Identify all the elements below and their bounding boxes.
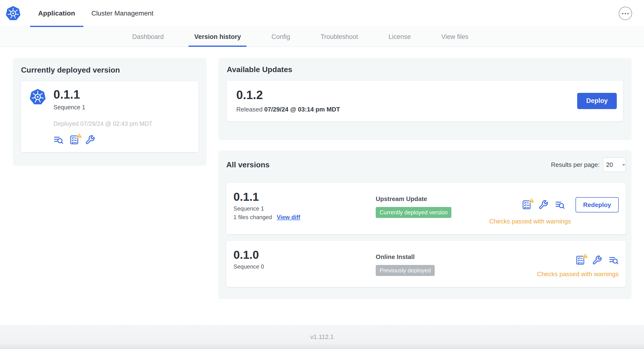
app-footer: v1.112.1 — [0, 325, 644, 349]
ellipsis-icon — [622, 12, 629, 15]
version-number: 0.1.1 — [234, 191, 376, 203]
version-row: 0.1.0 Sequence 0 Online Install Previous… — [226, 241, 626, 287]
deployed-version-number: 0.1.1 — [54, 88, 152, 101]
currently-deployed-card: Currently deployed version 0.1.1 S — [13, 58, 207, 166]
logs-icon[interactable] — [555, 200, 565, 210]
subnav-label: Version history — [194, 33, 241, 40]
subnav-label: Troubleshoot — [320, 33, 358, 40]
subnav-tab-troubleshoot[interactable]: Troubleshoot — [305, 27, 373, 46]
files-changed-count: 1 files changed — [234, 214, 272, 220]
version-number: 0.1.0 — [234, 249, 376, 261]
subnav-tab-config[interactable]: Config — [256, 27, 305, 46]
config-wrench-icon[interactable] — [538, 200, 548, 210]
released-date-value: 07/29/24 @ 03:14 pm MDT — [264, 106, 340, 113]
source-label: Upstream Update — [376, 195, 489, 203]
action-icons — [575, 255, 619, 265]
tab-application[interactable]: Application — [30, 0, 83, 27]
subnav-label: Dashboard — [132, 33, 164, 40]
all-versions-title: All versions — [226, 160, 270, 169]
top-nav-tabs: Application Cluster Management — [30, 0, 162, 27]
deployed-sequence: Sequence 1 — [54, 104, 152, 111]
checks-status[interactable]: Checks passed with warnings — [489, 218, 571, 225]
tab-cluster-management[interactable]: Cluster Management — [83, 0, 162, 27]
status-badge: Currently deployed version — [376, 207, 451, 218]
deployed-timestamp: Deployed 07/29/24 @ 02:43 pm MDT — [54, 120, 152, 127]
preflight-checks-icon[interactable] — [575, 255, 585, 265]
subnav-tab-license[interactable]: License — [373, 27, 426, 46]
version-row: 0.1.1 Sequence 1 1 files changed View di… — [226, 183, 626, 234]
subnav-label: View files — [441, 33, 468, 40]
currently-deployed-title: Currently deployed version — [21, 66, 198, 74]
version-actions: Redeploy Checks passed with warnings — [489, 191, 619, 225]
version-source: Online Install Previously deployed — [376, 249, 537, 276]
subnav-tab-view-files[interactable]: View files — [426, 27, 484, 46]
available-updates-title: Available Updates — [227, 65, 623, 74]
results-per-page-select[interactable]: 20 — [603, 158, 626, 172]
deployed-version-card: 0.1.1 Sequence 1 Deployed 07/29/24 @ 02:… — [21, 81, 198, 152]
logs-icon[interactable] — [54, 135, 64, 145]
version-info: 0.1.0 Sequence 0 — [234, 249, 376, 270]
subnav-label: Config — [272, 33, 290, 40]
version-source: Upstream Update Currently deployed versi… — [376, 191, 489, 218]
subnav-tab-dashboard[interactable]: Dashboard — [117, 27, 179, 46]
release-date: Released 07/29/24 @ 03:14 pm MDT — [236, 106, 340, 113]
version-info: 0.1.1 Sequence 1 1 files changed View di… — [234, 191, 376, 220]
deployed-actions — [54, 135, 152, 145]
subnav-label: License — [388, 33, 411, 40]
files-changed-line: 1 files changed View diff — [234, 214, 376, 220]
top-nav: Application Cluster Management — [0, 0, 644, 27]
version-sequence: Sequence 0 — [234, 263, 376, 270]
subnav-tab-version-history[interactable]: Version history — [179, 27, 256, 46]
redeploy-button[interactable]: Redeploy — [576, 197, 619, 212]
update-row: 0.1.2 Released 07/29/24 @ 03:14 pm MDT D… — [227, 81, 623, 121]
config-wrench-icon[interactable] — [85, 135, 95, 145]
console-version: v1.112.1 — [310, 333, 334, 341]
version-sequence: Sequence 1 — [234, 205, 376, 212]
warning-icon — [76, 132, 82, 138]
all-versions-card: All versions Results per page: 20 0.1.1 … — [218, 150, 632, 299]
logs-icon[interactable] — [609, 255, 619, 265]
preflight-checks-icon[interactable] — [69, 135, 79, 145]
status-badge: Previously deployed — [376, 265, 435, 276]
app-icon — [29, 88, 46, 106]
warning-icon — [582, 252, 588, 258]
app-sub-nav: Dashboard Version history Config Trouble… — [0, 27, 644, 47]
warning-icon — [528, 197, 535, 203]
update-version-number: 0.1.2 — [236, 89, 340, 102]
action-icons: Redeploy — [522, 197, 619, 212]
all-versions-header: All versions Results per page: 20 — [226, 158, 626, 172]
results-per-page: Results per page: 20 — [551, 158, 626, 172]
deploy-button[interactable]: Deploy — [577, 93, 617, 109]
version-actions: Checks passed with warnings — [537, 249, 619, 278]
results-per-page-label: Results per page: — [551, 161, 600, 168]
available-updates-card: Available Updates 0.1.2 Released 07/29/2… — [218, 58, 632, 140]
preflight-checks-icon[interactable] — [522, 200, 532, 210]
checks-status[interactable]: Checks passed with warnings — [537, 270, 619, 278]
more-menu-button[interactable] — [619, 7, 632, 20]
config-wrench-icon[interactable] — [592, 255, 602, 265]
tab-cluster-management-label: Cluster Management — [92, 10, 154, 17]
view-diff-link[interactable]: View diff — [277, 214, 300, 220]
source-label: Online Install — [376, 253, 537, 261]
released-prefix: Released — [236, 106, 262, 113]
tab-application-label: Application — [38, 10, 75, 17]
kubernetes-logo — [5, 6, 21, 21]
